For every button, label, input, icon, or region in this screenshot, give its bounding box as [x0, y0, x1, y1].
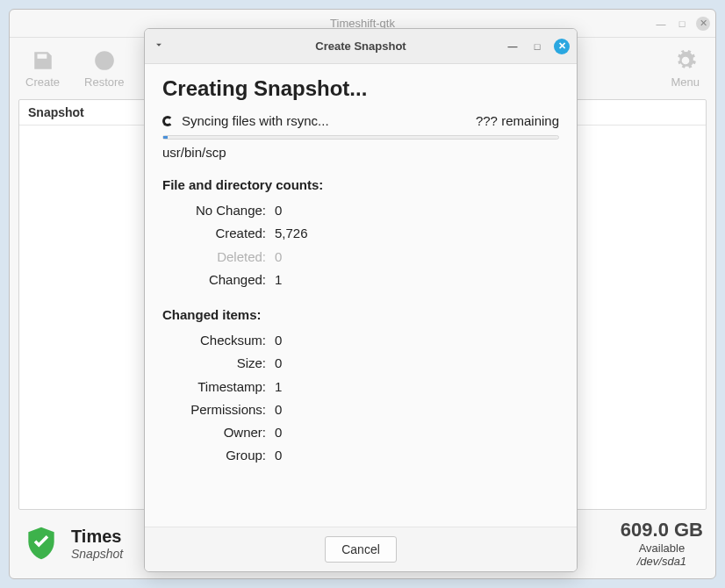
- dialog-maximize-icon[interactable]: □: [529, 39, 545, 54]
- changed-value: 1: [275, 269, 282, 291]
- deleted-label: Deleted:: [162, 246, 266, 269]
- spinner-icon: [162, 116, 173, 126]
- size-value: 0: [275, 352, 282, 375]
- dialog-titlebar: Create Snapshot — □ ✕: [145, 29, 577, 64]
- gear-icon: [674, 49, 697, 72]
- size-label: Size:: [162, 352, 266, 375]
- checksum-label: Checksum:: [162, 329, 266, 352]
- current-file: usr/bin/scp: [162, 145, 559, 160]
- dialog-body: Creating Snapshot... Syncing files with …: [145, 64, 577, 527]
- menu-button[interactable]: Menu: [671, 49, 700, 89]
- no-change-label: No Change:: [162, 199, 266, 222]
- restore-label: Restore: [84, 75, 125, 89]
- dialog-close-icon[interactable]: ✕: [554, 39, 570, 54]
- minimize-icon[interactable]: —: [654, 17, 668, 31]
- device-path: /dev/sda1: [621, 555, 703, 568]
- restore-button[interactable]: Restore: [84, 49, 125, 89]
- dialog-heading: Creating Snapshot...: [162, 76, 559, 101]
- clock-icon: [93, 49, 116, 72]
- available-label: Available: [621, 541, 703, 555]
- changed-items-header: Changed items:: [162, 307, 559, 322]
- create-label: Create: [25, 75, 60, 89]
- create-button[interactable]: Create: [25, 49, 60, 89]
- no-change-value: 0: [275, 199, 282, 222]
- created-value: 5,726: [275, 222, 308, 245]
- time-remaining: ??? remaining: [476, 113, 559, 128]
- dialog-footer: Cancel: [145, 527, 577, 571]
- checksum-value: 0: [275, 329, 282, 352]
- group-value: 0: [275, 444, 282, 467]
- counts-header: File and directory counts:: [162, 177, 559, 192]
- shield-icon: [22, 524, 61, 563]
- menu-label: Menu: [671, 75, 700, 89]
- progress-bar: [162, 135, 559, 140]
- timestamp-label: Timestamp:: [162, 376, 266, 398]
- sync-status-text: Syncing files with rsync...: [182, 113, 329, 128]
- create-snapshot-dialog: Create Snapshot — □ ✕ Creating Snapshot.…: [144, 28, 578, 572]
- group-label: Group:: [162, 444, 266, 467]
- permissions-label: Permissions:: [162, 398, 266, 421]
- owner-value: 0: [275, 421, 282, 444]
- available-size: 609.0 GB: [621, 519, 703, 541]
- timestamp-value: 1: [275, 376, 282, 398]
- deleted-value: 0: [275, 246, 282, 269]
- permissions-value: 0: [275, 398, 282, 421]
- changed-label: Changed:: [162, 269, 266, 291]
- dialog-minimize-icon[interactable]: —: [505, 39, 520, 54]
- save-icon: [32, 49, 54, 72]
- owner-label: Owner:: [162, 421, 266, 444]
- close-icon[interactable]: ✕: [696, 17, 710, 31]
- cancel-button[interactable]: Cancel: [325, 536, 397, 563]
- created-label: Created:: [162, 222, 266, 245]
- maximize-icon[interactable]: □: [675, 17, 689, 31]
